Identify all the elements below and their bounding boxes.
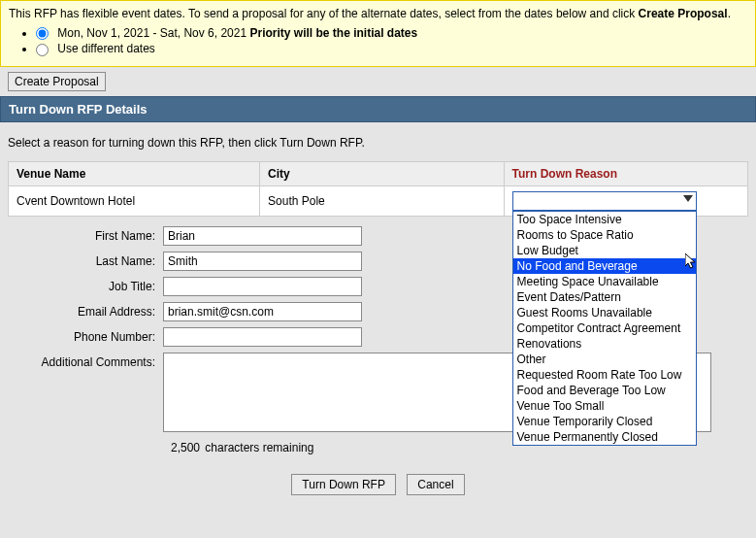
dropdown-option[interactable]: Event Dates/Pattern <box>513 289 696 305</box>
notice-text: This RFP has flexible event dates. To se… <box>9 7 747 20</box>
turn-down-content: Select a reason for turning down this RF… <box>0 122 756 505</box>
table-row: Cvent Downtown Hotel South Pole Too Spac… <box>9 185 748 216</box>
dropdown-option[interactable]: Other <box>513 352 696 367</box>
dropdown-option[interactable]: Meeting Space Unavailable <box>513 274 696 289</box>
dropdown-option[interactable]: Requested Room Rate Too Low <box>513 367 696 383</box>
cancel-button[interactable]: Cancel <box>407 474 464 495</box>
label-last-name: Last Name: <box>8 252 163 268</box>
venue-table: Venue Name City Turn Down Reason Cvent D… <box>8 161 748 217</box>
turn-down-rfp-button[interactable]: Turn Down RFP <box>291 474 396 495</box>
dropdown-option[interactable]: Competitor Contract Agreement <box>513 320 696 336</box>
flexible-dates-notice: This RFP has flexible event dates. To se… <box>0 0 756 67</box>
chevron-down-icon <box>683 195 693 202</box>
dropdown-option[interactable]: Venue Permanently Closed <box>513 429 696 445</box>
date-options-list: Mon, Nov 1, 2021 - Sat, Nov 6, 2021 Prio… <box>36 26 747 56</box>
notice-bold: Create Proposal <box>639 7 728 20</box>
col-header-reason: Turn Down Reason <box>504 161 747 185</box>
phone-input[interactable] <box>163 327 362 347</box>
last-name-input[interactable] <box>163 252 362 271</box>
dropdown-option[interactable]: Food and Beverage Too Low <box>513 383 696 398</box>
job-title-input[interactable] <box>163 277 362 296</box>
first-name-input[interactable] <box>163 226 362 246</box>
date-option-2: Use different dates <box>36 42 747 55</box>
radio-different-dates[interactable] <box>36 44 49 56</box>
cell-reason: Too Space IntensiveRooms to Space RatioL… <box>504 185 747 216</box>
date-option-1: Mon, Nov 1, 2021 - Sat, Nov 6, 2021 Prio… <box>36 26 747 40</box>
dropdown-option[interactable]: No Food and Beverage <box>513 258 696 274</box>
instruction-text: Select a reason for turning down this RF… <box>8 136 748 150</box>
cell-venue: Cvent Downtown Hotel <box>9 185 260 216</box>
label-job-title: Job Title: <box>8 277 163 293</box>
dropdown-option[interactable]: Renovations <box>513 336 696 352</box>
label-phone: Phone Number: <box>8 327 163 344</box>
char-label: characters remaining <box>205 441 313 454</box>
notice-suffix: . <box>728 7 731 20</box>
cell-city: South Pole <box>260 185 504 216</box>
turn-down-reason-select-wrap: Too Space IntensiveRooms to Space RatioL… <box>512 191 697 211</box>
action-buttons-row: Turn Down RFP Cancel <box>8 474 748 495</box>
date-option-1-text: Mon, Nov 1, 2021 - Sat, Nov 6, 2021 <box>57 26 249 40</box>
section-header-turn-down: Turn Down RFP Details <box>0 96 756 122</box>
create-proposal-button[interactable]: Create Proposal <box>8 72 106 91</box>
label-email: Email Address: <box>8 302 163 319</box>
dropdown-option[interactable]: Low Budget <box>513 243 696 258</box>
col-header-city: City <box>260 161 504 185</box>
turn-down-reason-select[interactable] <box>512 191 697 211</box>
dropdown-option[interactable]: Venue Temporarily Closed <box>513 414 696 429</box>
turn-down-reason-dropdown: Too Space IntensiveRooms to Space RatioL… <box>512 211 697 446</box>
label-first-name: First Name: <box>8 226 163 243</box>
char-count: 2,500 <box>171 441 202 454</box>
label-comments: Additional Comments: <box>8 353 163 369</box>
dropdown-option[interactable]: Too Space Intensive <box>513 212 696 227</box>
create-proposal-row: Create Proposal <box>0 67 756 96</box>
date-option-2-text: Use different dates <box>57 42 155 55</box>
dropdown-option[interactable]: Rooms to Space Ratio <box>513 227 696 243</box>
email-input[interactable] <box>163 302 362 321</box>
date-option-1-bold: Priority will be the initial dates <box>249 26 417 40</box>
dropdown-option[interactable]: Guest Rooms Unavailable <box>513 305 696 320</box>
col-header-venue: Venue Name <box>9 161 260 185</box>
radio-priority-dates[interactable] <box>36 27 49 40</box>
dropdown-option[interactable]: Venue Too Small <box>513 398 696 414</box>
notice-prefix: This RFP has flexible event dates. To se… <box>9 7 639 20</box>
